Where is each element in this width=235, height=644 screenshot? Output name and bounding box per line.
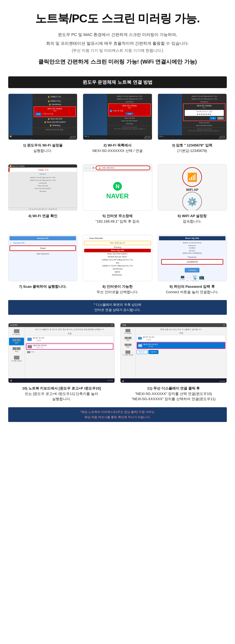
other-cast-items: 기타...	[26, 351, 113, 377]
browser-back[interactable]: ←	[85, 166, 87, 169]
scan-item-river-hq-ion[interactable]: River HQ ION	[84, 249, 151, 252]
final-note: *해당 노트북의 미라캐스트(무선 영상 출력) 지원 여부는해당 제품 제조사…	[8, 407, 227, 422]
step3: DIRECT-79-HP OfficeJet Pro 7720 DIRECT-D…	[158, 94, 227, 153]
wifi-icon: 📶	[187, 172, 197, 182]
step6-label: 6) WiFi AP 설정창접속합니다.	[178, 213, 207, 224]
step4-image: 📶NEXI-5G-76d3de 연결됨, 보안 연결 끊기 DIRECT-79-…	[8, 164, 77, 211]
step1-image: 🔒 DIRECT-79... 🔒 DIRECT-D1... 🔒 Jwonkore…	[8, 94, 77, 140]
wifi-display-icon: 📺	[199, 275, 204, 280]
settings-icon: ⚙️	[187, 197, 197, 206]
accesspc-back: Access PC	[13, 242, 25, 244]
step3-label: 3) 암호 " 12345678" 입력(기본값:12345678)	[172, 143, 212, 153]
pw-header: River HQ ION	[159, 236, 225, 240]
hero-cta: 클릭만으면 간편하게 스크린 미러링 가능! (WiFi 연결시에만 가능)	[16, 58, 219, 65]
step3-image: DIRECT-79-HP OfficeJet Pro 7720 DIRECT-D…	[158, 94, 227, 140]
scan-item-river-aio[interactable]: RIVER AIO AX TEST	[84, 255, 151, 258]
nexi-cast-item[interactable]: NEXI-5G-XXXXX연결 가능	[26, 343, 113, 350]
step9-note: * 디스플레이 화면의 우측 상단에인터넷 연결 상태가 표시됩니다.	[8, 300, 227, 315]
extend-item: 확장	[9, 346, 24, 354]
lock-icon: 🔒	[98, 167, 101, 169]
step9-image: River HQ ION BSSID: 1c:29:af:5c:50:42 Fr…	[158, 235, 227, 281]
step1-label: 1) 윈도우의 Wi-Fi 설정을실행합니다.	[23, 143, 63, 153]
step7: Access PC ← Access PC Scan Add Network 7…	[8, 235, 77, 295]
hero-desc3: (무선 지원 기기 및 미라캐스트 지원 기기에 한합니다.)	[16, 48, 219, 53]
scan-results-title: Scan Results	[89, 237, 103, 239]
scan-note: * 예시 화면 입니다.	[84, 241, 151, 245]
url-text: 192.168.49.1	[102, 167, 115, 169]
bssid-val: 1c:29:af:5c:50:42	[189, 242, 201, 244]
step11-label: 11) 무선 디스플레이 연결 클릭 후"NEXI-5G-XXXXXX" 장치를…	[131, 386, 216, 402]
steps-row2: 📶NEXI-5G-76d3de 연결됨, 보안 연결 끊기 DIRECT-79-…	[0, 159, 235, 229]
scan-back-arrow: ←	[85, 237, 88, 240]
win11-action-btns: 연결 끊기 연결 확인	[137, 350, 225, 354]
scan-item-jwon2[interactable]: Jwonkorea...	[84, 273, 151, 276]
step2-image: DIRECT-79-HP OfficeJet Pro 7720 DIRECT-D…	[83, 94, 152, 140]
pw-input[interactable]: 12345678	[161, 259, 223, 265]
step4-label: 4) Wi-Fi 연결 확인	[28, 213, 57, 219]
win10-close[interactable]: ✕	[111, 324, 113, 326]
duplicate-item: 복제	[9, 338, 24, 345]
scan-item-direct-d1[interactable]: DIRECT-D1-HP OfficeJet Pro 772	[84, 258, 151, 261]
scan-item-test[interactable]: test	[84, 261, 151, 264]
step11-image: 연결 ✕ PC 화면만	[120, 323, 227, 383]
bssid-label: BSSID:	[183, 242, 189, 244]
taskbar-start[interactable]: ⊞	[10, 379, 12, 382]
win11-disconnect-btn[interactable]: 연결 끊기	[137, 350, 148, 354]
final-note-red: *해당 노트북의 미라캐스트(무선 영상 출력) 지원 여부는해당 제품 제조사…	[80, 410, 155, 419]
scan-item-river-guest[interactable]: River HQ ION GUEST	[84, 252, 151, 255]
scan-item-direct-79[interactable]: DIRECT-79-HP OfficeJet Pro 772	[84, 264, 151, 267]
pc-only-item: PC 화면만	[9, 328, 24, 337]
step6: 📶 WiFi AP ⚙️ Settings 6) WiFi AP 설정창접속합니…	[158, 164, 227, 224]
scan-item-iptime[interactable]: iptime	[84, 270, 151, 273]
scan-item-jwon[interactable]: Jwonkorea	[84, 267, 151, 270]
win11-taskbar-left[interactable]: ⊞	[122, 378, 124, 383]
sec-label: Security:	[189, 250, 195, 251]
win11-close[interactable]: ✕	[223, 324, 225, 326]
naver-logo: NAVER	[106, 192, 129, 200]
win11-connect-btn[interactable]: 연결 확인	[148, 350, 159, 354]
browser-forward[interactable]: →	[89, 166, 91, 169]
step2-label: 2) Wi-Fi 목록에서NEXI-5G-XXXXXXX 선택 / 연결	[92, 143, 143, 153]
add-network-label: Add Network	[10, 252, 76, 256]
connect-button[interactable]: Connect	[185, 268, 199, 272]
win11-extend: 확장	[121, 343, 135, 349]
project-label: 연결	[26, 333, 113, 335]
step9: River HQ ION BSSID: 1c:29:af:5c:50:42 Fr…	[158, 235, 227, 295]
step7-image: Access PC ← Access PC Scan Add Network	[8, 235, 77, 281]
step5-label: 5) 인터넷 주소창에"192.168.49.1" 입력 후 접속	[96, 213, 140, 224]
step8: ← Scan Results * 예시 화면 입니다. Roming River…	[83, 235, 152, 295]
scan-item-roming[interactable]: Roming	[84, 246, 151, 249]
step4: 📶NEXI-5G-76d3de 연결됨, 보안 연결 끊기 DIRECT-79-…	[8, 164, 77, 224]
hero-section: 노트북/PC도 스크린 미러링 가능. 윈도우 PC 및 MAC 환경에서 간편…	[0, 0, 235, 71]
steps-row1: 🔒 DIRECT-79... 🔒 DIRECT-D1... 🔒 Jwonkore…	[0, 88, 235, 159]
connect-hint: 무선 디스플레이 및 오디오 장치 찾는 중 또는 도킹하려면 연결 항목을 선…	[26, 328, 113, 331]
step1: 🔒 DIRECT-79... 🔒 DIRECT-D1... 🔒 Jwonkore…	[8, 94, 77, 153]
steps-row3: Access PC ← Access PC Scan Add Network 7…	[0, 229, 235, 300]
step8-image: ← Scan Results * 예시 화면 입니다. Roming River…	[83, 235, 152, 281]
step9-label: 9) 하단의 Password 입력 후Connect 버튼을 눌러 연결합니다…	[166, 284, 219, 295]
steps-row4: 프로젝트 ✕ PC 화면만	[0, 317, 235, 407]
win10-title: 프로젝트	[10, 324, 18, 327]
scan-button[interactable]: Scan	[10, 245, 76, 251]
accesspc-title: Access PC	[10, 236, 76, 240]
river-ion-label: River HQ ION	[159, 280, 225, 281]
second-screen-item: 두 번째 화면만	[9, 355, 24, 363]
laptop-icon: 💻	[180, 275, 185, 280]
win11-second-only: 두 번째 화면만	[121, 350, 135, 357]
win11-iot-item: 앱 IoT 모니터연결됨	[137, 335, 225, 342]
win11-hint: 전체 연결 유선 또는 무선 디스플레이 설치됩니다.	[137, 328, 225, 331]
freq-label: Frequency:	[188, 245, 196, 246]
win11-pc-only: PC 화면만	[121, 328, 135, 335]
hero-title: 노트북/PC도 스크린 미러링 가능.	[16, 11, 219, 26]
win11-taskbar-right: 오후 5:30	[219, 378, 225, 383]
router-icon: 📡	[192, 275, 198, 280]
step8-label: 8) 인터넷이 가능한무선 인터넷을 선택합니다.	[96, 284, 139, 295]
nexi-win11-item[interactable]: NEXI-5G-XXXXX선택됨	[137, 342, 225, 349]
taskbar-right: 오후 5:30	[107, 380, 113, 381]
step2: DIRECT-79-HP OfficeJet Pro 7720 DIRECT-D…	[83, 94, 152, 153]
wifiap-label: WiFi AP	[186, 188, 198, 192]
browser-close[interactable]: ✕	[92, 166, 95, 169]
step10-label: 10) 노트북 키보드에서 [윈도우 로고+P /윈도우10]또는 [윈도우 로…	[22, 386, 101, 402]
section1-header: 윈도우 운영체제 노트북 연결 방법	[8, 76, 227, 88]
sec-val: [WPA2-PSK-CCMP][ESS]	[183, 252, 202, 254]
